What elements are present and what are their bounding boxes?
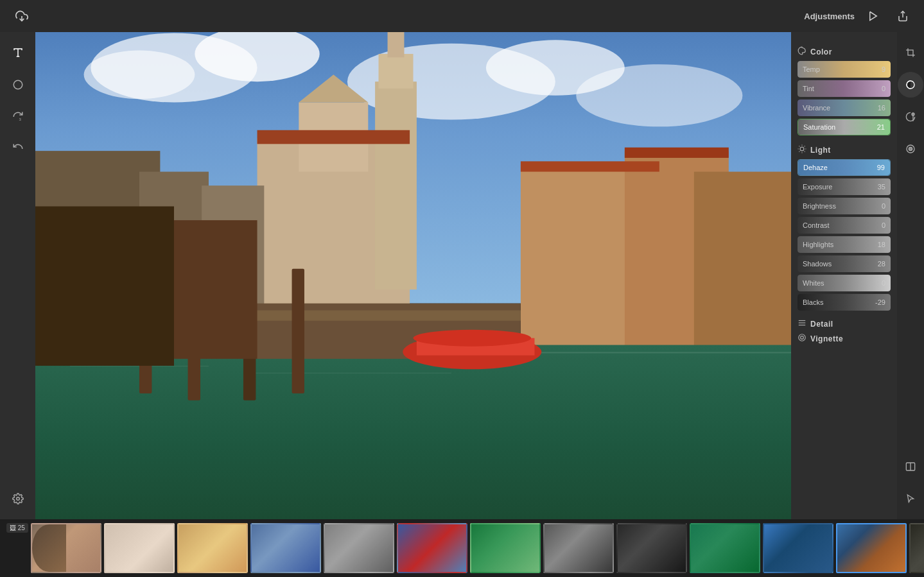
color-section-header: Color <box>798 46 891 57</box>
top-bar-left <box>10 7 33 25</box>
svg-point-4 <box>13 80 22 89</box>
shapes-tool-button[interactable] <box>5 72 31 98</box>
svg-point-64 <box>912 113 914 116</box>
svg-point-61 <box>801 336 804 340</box>
shadows-value: 28 <box>873 260 891 268</box>
exposure-label: Exposure <box>798 183 837 191</box>
filmstrip-thumb-10[interactable] <box>690 523 760 573</box>
exposure-slider[interactable]: Exposure 35 <box>798 178 891 195</box>
tint-value: 0 <box>876 85 891 92</box>
whites-slider[interactable]: Whites 0 <box>798 275 891 291</box>
dehaze-value: 99 <box>872 164 890 171</box>
temp-value: 9 <box>876 65 891 73</box>
vignette-section-icon <box>798 333 806 344</box>
vignette-section-label: Vignette <box>810 334 843 343</box>
saturation-slider[interactable]: Saturation 21 <box>798 119 891 135</box>
crop-tool-button[interactable] <box>898 40 923 65</box>
adjustments-scroll-area[interactable]: Color Temp 9 Tint 0 Vibrance <box>791 32 897 519</box>
light-section-icon <box>798 144 806 155</box>
brightness-slider[interactable]: Brightness 0 <box>798 198 891 214</box>
blacks-label: Blacks <box>798 298 828 306</box>
svg-rect-47 <box>174 220 257 359</box>
mask-tool-button[interactable] <box>898 72 923 98</box>
filmstrip-thumb-8[interactable] <box>543 523 614 573</box>
detail-section-icon <box>798 318 806 329</box>
svg-point-10 <box>84 51 195 99</box>
right-toolbar <box>897 32 924 519</box>
color-section-label: Color <box>810 47 832 56</box>
dehaze-slider[interactable]: Dehaze 99 <box>798 159 891 176</box>
contrast-value: 0 <box>876 221 891 229</box>
vibrance-label: Vibrance <box>798 104 835 112</box>
svg-line-51 <box>799 146 799 146</box>
filmstrip-thumb-3[interactable] <box>177 523 248 573</box>
magic-wand-button[interactable] <box>862 8 884 24</box>
svg-text:3: 3 <box>19 117 21 121</box>
detail-section-header: Detail <box>798 318 891 329</box>
exposure-value: 35 <box>873 183 891 191</box>
filmstrip-thumb-2[interactable] <box>104 523 175 573</box>
svg-rect-28 <box>521 161 659 171</box>
filmstrip-thumb-4[interactable] <box>250 523 321 573</box>
brightness-label: Brightness <box>798 202 841 210</box>
top-bar-right: Adjustments <box>804 8 914 24</box>
share-button[interactable] <box>892 8 914 24</box>
cursor-tool-button[interactable] <box>898 486 923 512</box>
text-tool-button[interactable] <box>5 40 31 65</box>
temp-slider[interactable]: Temp 9 <box>798 61 891 78</box>
counter-icon: 🖼 <box>10 524 16 531</box>
svg-rect-33 <box>243 373 451 374</box>
adjustments-panel: Color Temp 9 Tint 0 Vibrance <box>791 32 897 519</box>
blacks-value: -29 <box>870 298 891 306</box>
svg-point-6 <box>16 497 19 501</box>
filmstrip-thumb-9[interactable] <box>616 523 687 573</box>
svg-line-55 <box>799 151 799 152</box>
shadows-slider[interactable]: Shadows 28 <box>798 255 891 272</box>
saturation-label: Saturation <box>798 123 841 131</box>
highlights-label: Highlights <box>798 241 839 248</box>
svg-rect-39 <box>292 269 304 393</box>
color-section-icon <box>798 46 806 57</box>
svg-rect-18 <box>379 54 414 89</box>
filmstrip-thumb-5[interactable] <box>324 523 394 573</box>
blacks-slider[interactable]: Blacks -29 <box>798 294 891 311</box>
svg-rect-26 <box>694 172 791 359</box>
whites-value: 0 <box>876 279 891 287</box>
main-area: 3 <box>0 32 924 519</box>
filmstrip-thumb-active[interactable] <box>836 523 907 573</box>
shadows-label: Shadows <box>798 260 837 268</box>
vibrance-slider[interactable]: Vibrance 16 <box>798 99 891 116</box>
svg-rect-19 <box>388 32 405 57</box>
filmstrip-items <box>31 523 924 573</box>
counter-value: 25 <box>18 524 25 531</box>
highlights-slider[interactable]: Highlights 18 <box>798 236 891 253</box>
top-bar: Adjustments <box>0 0 924 32</box>
filmstrip-thumb-11[interactable] <box>763 523 833 573</box>
svg-rect-29 <box>625 148 729 158</box>
photo-canvas <box>35 32 791 519</box>
export-button[interactable] <box>10 7 33 25</box>
whites-label: Whites <box>798 279 830 287</box>
light-section-header: Light <box>798 144 891 155</box>
selective-tool-button[interactable] <box>898 136 923 162</box>
filmstrip-thumb-last[interactable] <box>909 523 924 573</box>
dehaze-label: Dehaze <box>798 164 833 171</box>
filmstrip-thumb-1[interactable] <box>31 523 101 573</box>
contrast-label: Contrast <box>798 221 835 229</box>
colorpicker-tool-button[interactable] <box>898 104 923 130</box>
tint-slider[interactable]: Tint 0 <box>798 80 891 97</box>
svg-point-60 <box>799 334 806 341</box>
svg-line-52 <box>805 151 805 152</box>
canvas-area[interactable] <box>35 32 791 519</box>
vignette-section-header: Vignette <box>798 333 891 344</box>
highlights-value: 18 <box>873 241 891 248</box>
settings-tool-button[interactable] <box>5 486 31 512</box>
filmstrip-thumb-7[interactable] <box>470 523 541 573</box>
right-side: Color Temp 9 Tint 0 Vibrance <box>791 32 924 519</box>
contrast-slider[interactable]: Contrast 0 <box>798 217 891 234</box>
undo-tool-button[interactable] <box>5 136 31 162</box>
compare-tool-button[interactable] <box>898 454 923 479</box>
redo-tool-button[interactable]: 3 <box>5 104 31 130</box>
left-toolbar: 3 <box>0 32 35 519</box>
filmstrip-thumb-6[interactable] <box>397 523 467 573</box>
